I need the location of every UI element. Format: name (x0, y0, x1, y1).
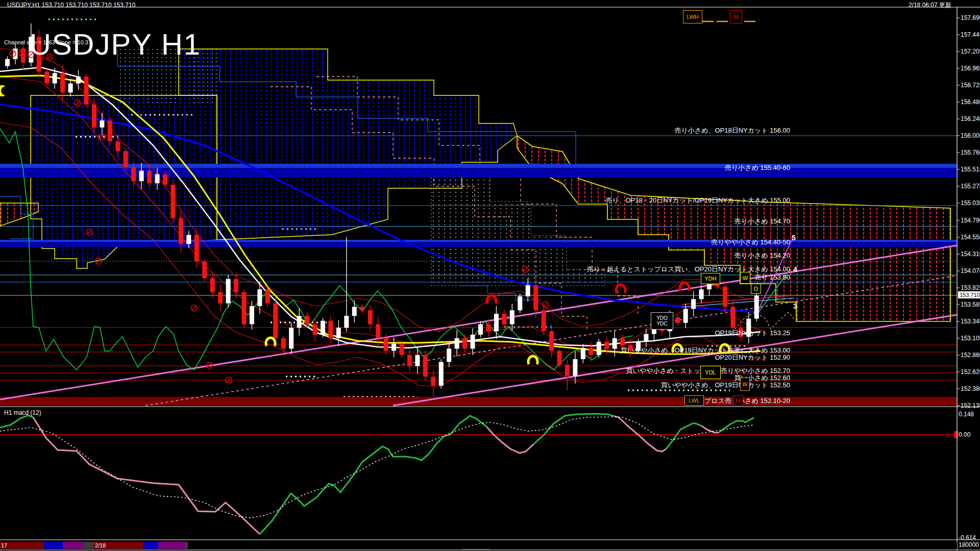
macd-panel (0, 414, 958, 534)
chart-object-box: LWL (684, 395, 704, 406)
price-axis-label: 156.965 (961, 65, 980, 71)
candle (155, 174, 160, 183)
chart-object-box: M (730, 10, 742, 23)
level-annotation: 売り小さめ、OP18日NYカット 156.00 (331, 127, 790, 134)
candle (108, 120, 112, 141)
timeline-session-segment (83, 542, 94, 549)
price-axis-label: 153.825 (961, 285, 980, 291)
band-annotation: 売りやや小さめ 154.40-50 (331, 239, 790, 245)
macd-axis-label: 0.148 (959, 411, 974, 417)
level-annotation: OP19日NYカット 153.25 (331, 330, 790, 336)
wave-count-label: 5 (792, 234, 796, 242)
candle (124, 151, 128, 167)
candle (218, 292, 223, 304)
candle (297, 316, 302, 328)
candle (344, 316, 349, 328)
macd-axis-label: -0.614 (959, 535, 976, 541)
candle (60, 73, 65, 92)
chart-object-box: W (740, 272, 750, 284)
chart-object-box: D (751, 284, 761, 294)
price-axis-label: 152.380 (961, 386, 980, 392)
timeline-session-segment (158, 542, 185, 549)
current-price-tag: 153.710 (958, 291, 980, 298)
level-annotation: OP20日NYカット 152.90 (331, 354, 790, 361)
candle (360, 307, 364, 310)
band-annotation: 売り小さめ 155.40-60 (331, 164, 790, 171)
price-axis-label: 155.275 (961, 183, 980, 189)
candle (305, 316, 309, 324)
candle (210, 278, 215, 292)
candle (510, 310, 514, 324)
trading-chart-window: { "header": { "symbol_line": "USDJPY,H1 … (0, 0, 980, 551)
level-annotation: 買いやや小さめ、OP19日NYカット非常に大きめ 153.00 (331, 347, 790, 354)
level-annotation: 売り小さめ 154.70 (331, 218, 790, 224)
level-annotation: 売り小さめ 154.20 (331, 252, 790, 259)
candle (526, 285, 530, 296)
candle (194, 235, 199, 261)
candle (76, 77, 81, 84)
candle (242, 292, 247, 324)
chart-object-box: M (733, 395, 743, 406)
chart-object-box: YDL (700, 366, 721, 379)
candle (170, 185, 175, 218)
timeline-date-label: 2/18 (95, 542, 106, 548)
macd-signal-line (0, 417, 754, 518)
level-annotation: 売り 153.90 (331, 274, 790, 281)
price-axis-label: 156.725 (961, 82, 980, 88)
band-annotation: ストップロス売り小さめ 152.10-20 (331, 397, 790, 404)
candle (502, 314, 506, 324)
timeline-session-segment (185, 542, 188, 549)
candle (533, 285, 538, 310)
price-axis-label: 157.690 (961, 15, 980, 21)
candle (691, 299, 696, 309)
candle (147, 171, 152, 184)
macd-axis-label: 180000 (959, 542, 979, 548)
candle (352, 307, 357, 316)
candle (699, 289, 704, 299)
candle (234, 279, 238, 292)
candle (730, 307, 735, 328)
timeline-session-segment (44, 542, 63, 549)
candle (723, 287, 727, 307)
candle (5, 59, 10, 66)
price-axis-label: 154.310 (961, 251, 980, 257)
candle (321, 321, 325, 335)
price-axis-label: 157.445 (961, 32, 980, 38)
wave-count-label: 3 (793, 302, 797, 310)
candle (518, 296, 522, 310)
level-annotation: 売り・超えるとストップロス買い、OP20日NYカット大きめ 154.00 (331, 266, 790, 272)
price-axis-label: 156.240 (961, 116, 980, 122)
candle (92, 105, 96, 128)
update-timestamp: 2/18 06:07 更新 (909, 2, 951, 8)
price-axis-label: 155.515 (961, 166, 980, 172)
candle (257, 289, 262, 306)
candle (44, 71, 49, 83)
macd-axis-label: 0.00 (959, 432, 970, 438)
chart-object-box: YDH (701, 273, 720, 284)
price-axis-label: 153.585 (961, 302, 980, 308)
price-axis-label: 153.345 (961, 318, 980, 324)
candle (202, 261, 207, 278)
candle (53, 73, 57, 84)
price-axis-label: 154.790 (961, 217, 980, 223)
timeline-session-segment (63, 542, 83, 549)
candle (13, 48, 17, 59)
timeline-session-segment (143, 542, 158, 549)
candle (754, 295, 759, 318)
price-axis-label: 152.620 (961, 369, 980, 375)
chart-object-box: LWH (683, 10, 702, 23)
candle (620, 338, 625, 345)
wave-count-label: 4 (793, 265, 797, 273)
price-axis-label: 152.135 (961, 403, 980, 409)
price-axis-label: 156.000 (961, 133, 980, 139)
channel-info: Channel size = 1163 Slope = 10.37 (4, 40, 91, 45)
candle (265, 289, 270, 303)
candle (179, 218, 183, 244)
candle (289, 328, 293, 348)
chart-object-box: W (740, 378, 750, 391)
candle (250, 306, 254, 324)
price-axis-label: 155.035 (961, 200, 980, 206)
candle (163, 174, 167, 185)
timeline-date-label: 17 (1, 542, 7, 548)
level-annotation: 買いやや小さめ、OP19日NYカット 152.50 (331, 382, 790, 388)
